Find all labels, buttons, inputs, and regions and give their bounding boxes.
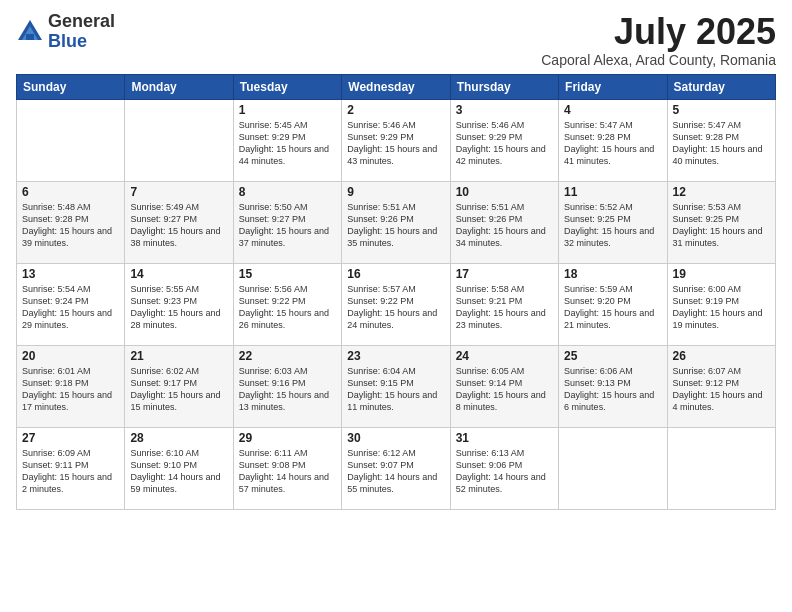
day-info: Sunrise: 5:55 AMSunset: 9:23 PMDaylight:… — [130, 283, 227, 332]
table-row: 31Sunrise: 6:13 AMSunset: 9:06 PMDayligh… — [450, 427, 558, 509]
day-number: 11 — [564, 185, 661, 199]
day-info: Sunrise: 5:59 AMSunset: 9:20 PMDaylight:… — [564, 283, 661, 332]
table-row: 5Sunrise: 5:47 AMSunset: 9:28 PMDaylight… — [667, 99, 775, 181]
day-info: Sunrise: 6:00 AMSunset: 9:19 PMDaylight:… — [673, 283, 770, 332]
title-block: July 2025 Caporal Alexa, Arad County, Ro… — [541, 12, 776, 68]
table-row — [125, 99, 233, 181]
day-info: Sunrise: 5:49 AMSunset: 9:27 PMDaylight:… — [130, 201, 227, 250]
day-number: 3 — [456, 103, 553, 117]
table-row: 23Sunrise: 6:04 AMSunset: 9:15 PMDayligh… — [342, 345, 450, 427]
day-number: 8 — [239, 185, 336, 199]
table-row: 9Sunrise: 5:51 AMSunset: 9:26 PMDaylight… — [342, 181, 450, 263]
day-info: Sunrise: 6:06 AMSunset: 9:13 PMDaylight:… — [564, 365, 661, 414]
day-info: Sunrise: 5:52 AMSunset: 9:25 PMDaylight:… — [564, 201, 661, 250]
table-row: 7Sunrise: 5:49 AMSunset: 9:27 PMDaylight… — [125, 181, 233, 263]
day-info: Sunrise: 5:46 AMSunset: 9:29 PMDaylight:… — [347, 119, 444, 168]
day-number: 14 — [130, 267, 227, 281]
day-info: Sunrise: 5:45 AMSunset: 9:29 PMDaylight:… — [239, 119, 336, 168]
table-row: 18Sunrise: 5:59 AMSunset: 9:20 PMDayligh… — [559, 263, 667, 345]
day-number: 18 — [564, 267, 661, 281]
day-info: Sunrise: 5:54 AMSunset: 9:24 PMDaylight:… — [22, 283, 119, 332]
day-info: Sunrise: 6:02 AMSunset: 9:17 PMDaylight:… — [130, 365, 227, 414]
table-row — [667, 427, 775, 509]
day-number: 31 — [456, 431, 553, 445]
col-wednesday: Wednesday — [342, 74, 450, 99]
table-row: 6Sunrise: 5:48 AMSunset: 9:28 PMDaylight… — [17, 181, 125, 263]
calendar-week-row: 20Sunrise: 6:01 AMSunset: 9:18 PMDayligh… — [17, 345, 776, 427]
header: General Blue July 2025 Caporal Alexa, Ar… — [16, 12, 776, 68]
day-info: Sunrise: 5:50 AMSunset: 9:27 PMDaylight:… — [239, 201, 336, 250]
calendar-week-row: 27Sunrise: 6:09 AMSunset: 9:11 PMDayligh… — [17, 427, 776, 509]
table-row: 16Sunrise: 5:57 AMSunset: 9:22 PMDayligh… — [342, 263, 450, 345]
day-number: 13 — [22, 267, 119, 281]
col-sunday: Sunday — [17, 74, 125, 99]
table-row: 28Sunrise: 6:10 AMSunset: 9:10 PMDayligh… — [125, 427, 233, 509]
day-number: 23 — [347, 349, 444, 363]
day-number: 27 — [22, 431, 119, 445]
col-friday: Friday — [559, 74, 667, 99]
table-row — [17, 99, 125, 181]
day-info: Sunrise: 6:13 AMSunset: 9:06 PMDaylight:… — [456, 447, 553, 496]
table-row: 15Sunrise: 5:56 AMSunset: 9:22 PMDayligh… — [233, 263, 341, 345]
table-row: 20Sunrise: 6:01 AMSunset: 9:18 PMDayligh… — [17, 345, 125, 427]
table-row: 3Sunrise: 5:46 AMSunset: 9:29 PMDaylight… — [450, 99, 558, 181]
table-row: 12Sunrise: 5:53 AMSunset: 9:25 PMDayligh… — [667, 181, 775, 263]
day-info: Sunrise: 5:47 AMSunset: 9:28 PMDaylight:… — [564, 119, 661, 168]
table-row: 27Sunrise: 6:09 AMSunset: 9:11 PMDayligh… — [17, 427, 125, 509]
day-info: Sunrise: 5:57 AMSunset: 9:22 PMDaylight:… — [347, 283, 444, 332]
table-row: 11Sunrise: 5:52 AMSunset: 9:25 PMDayligh… — [559, 181, 667, 263]
day-info: Sunrise: 6:11 AMSunset: 9:08 PMDaylight:… — [239, 447, 336, 496]
day-number: 28 — [130, 431, 227, 445]
day-info: Sunrise: 6:01 AMSunset: 9:18 PMDaylight:… — [22, 365, 119, 414]
col-monday: Monday — [125, 74, 233, 99]
table-row: 25Sunrise: 6:06 AMSunset: 9:13 PMDayligh… — [559, 345, 667, 427]
day-info: Sunrise: 6:05 AMSunset: 9:14 PMDaylight:… — [456, 365, 553, 414]
day-number: 9 — [347, 185, 444, 199]
table-row: 22Sunrise: 6:03 AMSunset: 9:16 PMDayligh… — [233, 345, 341, 427]
day-number: 29 — [239, 431, 336, 445]
table-row: 17Sunrise: 5:58 AMSunset: 9:21 PMDayligh… — [450, 263, 558, 345]
svg-rect-2 — [26, 34, 34, 40]
table-row: 19Sunrise: 6:00 AMSunset: 9:19 PMDayligh… — [667, 263, 775, 345]
day-info: Sunrise: 5:48 AMSunset: 9:28 PMDaylight:… — [22, 201, 119, 250]
table-row: 8Sunrise: 5:50 AMSunset: 9:27 PMDaylight… — [233, 181, 341, 263]
day-info: Sunrise: 5:46 AMSunset: 9:29 PMDaylight:… — [456, 119, 553, 168]
day-info: Sunrise: 5:53 AMSunset: 9:25 PMDaylight:… — [673, 201, 770, 250]
table-row: 30Sunrise: 6:12 AMSunset: 9:07 PMDayligh… — [342, 427, 450, 509]
table-row: 4Sunrise: 5:47 AMSunset: 9:28 PMDaylight… — [559, 99, 667, 181]
calendar-week-row: 13Sunrise: 5:54 AMSunset: 9:24 PMDayligh… — [17, 263, 776, 345]
day-number: 20 — [22, 349, 119, 363]
day-number: 10 — [456, 185, 553, 199]
day-number: 21 — [130, 349, 227, 363]
logo: General Blue — [16, 12, 115, 52]
day-info: Sunrise: 5:51 AMSunset: 9:26 PMDaylight:… — [456, 201, 553, 250]
table-row: 14Sunrise: 5:55 AMSunset: 9:23 PMDayligh… — [125, 263, 233, 345]
logo-icon — [16, 18, 44, 46]
day-number: 15 — [239, 267, 336, 281]
day-info: Sunrise: 6:12 AMSunset: 9:07 PMDaylight:… — [347, 447, 444, 496]
day-number: 1 — [239, 103, 336, 117]
day-info: Sunrise: 6:07 AMSunset: 9:12 PMDaylight:… — [673, 365, 770, 414]
table-row — [559, 427, 667, 509]
day-number: 30 — [347, 431, 444, 445]
day-info: Sunrise: 6:10 AMSunset: 9:10 PMDaylight:… — [130, 447, 227, 496]
day-number: 2 — [347, 103, 444, 117]
day-number: 24 — [456, 349, 553, 363]
table-row: 21Sunrise: 6:02 AMSunset: 9:17 PMDayligh… — [125, 345, 233, 427]
day-info: Sunrise: 5:56 AMSunset: 9:22 PMDaylight:… — [239, 283, 336, 332]
table-row: 29Sunrise: 6:11 AMSunset: 9:08 PMDayligh… — [233, 427, 341, 509]
table-row: 26Sunrise: 6:07 AMSunset: 9:12 PMDayligh… — [667, 345, 775, 427]
table-row: 10Sunrise: 5:51 AMSunset: 9:26 PMDayligh… — [450, 181, 558, 263]
table-row: 1Sunrise: 5:45 AMSunset: 9:29 PMDaylight… — [233, 99, 341, 181]
title-month: July 2025 — [541, 12, 776, 52]
day-info: Sunrise: 6:03 AMSunset: 9:16 PMDaylight:… — [239, 365, 336, 414]
day-info: Sunrise: 5:58 AMSunset: 9:21 PMDaylight:… — [456, 283, 553, 332]
day-number: 26 — [673, 349, 770, 363]
col-saturday: Saturday — [667, 74, 775, 99]
day-number: 17 — [456, 267, 553, 281]
col-thursday: Thursday — [450, 74, 558, 99]
day-number: 25 — [564, 349, 661, 363]
calendar-header-row: Sunday Monday Tuesday Wednesday Thursday… — [17, 74, 776, 99]
table-row: 24Sunrise: 6:05 AMSunset: 9:14 PMDayligh… — [450, 345, 558, 427]
day-number: 5 — [673, 103, 770, 117]
